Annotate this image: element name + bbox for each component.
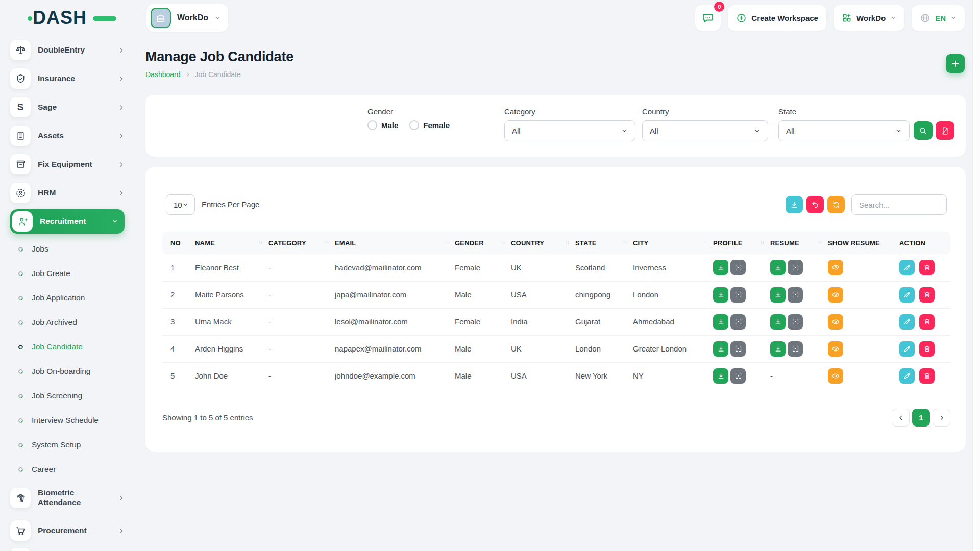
country-select-value: All	[650, 127, 658, 135]
profile-download-button[interactable]	[713, 314, 728, 330]
show-resume-button[interactable]	[828, 368, 843, 384]
show-resume-button[interactable]	[828, 260, 843, 275]
show-resume-button[interactable]	[828, 287, 843, 303]
delete-button[interactable]	[919, 368, 935, 384]
sidebar-item-procurement[interactable]: Procurement	[10, 518, 125, 543]
add-candidate-button[interactable]	[946, 54, 965, 73]
resume-download-button[interactable]	[770, 287, 786, 303]
pagination-next-button[interactable]	[933, 409, 950, 427]
sidebar-subitem-job-candidate[interactable]: Job Candidate	[18, 335, 125, 359]
resume-download-button[interactable]	[770, 314, 786, 330]
column-header-profile[interactable]: PROFILE↑↓	[709, 232, 766, 254]
refresh-button[interactable]	[827, 196, 845, 213]
cell-category: -	[264, 308, 331, 335]
resume-expand-button[interactable]	[788, 314, 803, 330]
edit-button[interactable]	[899, 368, 915, 384]
page-title: Manage Job Candidate	[145, 49, 293, 65]
table-row: 2 Maite Parsons - japa@mailinator.com Ma…	[162, 281, 950, 308]
app-logo[interactable]: DASH	[33, 7, 119, 29]
sidebar-subitem-job-application[interactable]: Job Application	[18, 286, 125, 310]
delete-button[interactable]	[919, 260, 935, 275]
profile-download-button[interactable]	[713, 341, 728, 357]
profile-download-button[interactable]	[713, 287, 728, 303]
pagination-page-1-button[interactable]: 1	[912, 409, 930, 427]
undo-button[interactable]	[806, 196, 824, 213]
sidebar-subitem-job-on-boarding[interactable]: Job On-boarding	[18, 359, 125, 384]
profile-expand-button[interactable]	[730, 341, 746, 357]
sidebar-item-biometric-attendance[interactable]: Biometric Attendance	[10, 482, 125, 514]
cell-resume	[766, 281, 824, 308]
sidebar-item-hrm[interactable]: HRM	[10, 181, 125, 205]
workdo-menu-button[interactable]: WorkDo	[834, 5, 904, 31]
sidebar-item-recruitment[interactable]: Recruitment	[10, 209, 125, 234]
breadcrumb-dashboard-link[interactable]: Dashboard	[145, 70, 181, 79]
country-select[interactable]: All	[642, 120, 768, 141]
gender-female-radio[interactable]: Female	[409, 120, 450, 130]
state-select[interactable]: All	[778, 120, 910, 141]
cell-category: -	[264, 254, 331, 281]
sidebar-item-insurance[interactable]: Insurance	[10, 66, 125, 91]
cell-state: Gujarat	[571, 308, 629, 335]
create-workspace-button[interactable]: Create Workspace	[728, 5, 826, 31]
sidebar-subitem-interview-schedule[interactable]: Interview Schedule	[18, 408, 125, 433]
cell-city: London	[629, 281, 709, 308]
column-header-email[interactable]: EMAIL↑↓	[331, 232, 451, 254]
column-header-show-resume: SHOW RESUME	[824, 232, 895, 254]
logo-text: DASH	[33, 7, 87, 28]
category-select[interactable]: All	[504, 120, 635, 141]
page-scrollbar[interactable]	[972, 0, 980, 551]
profile-expand-button[interactable]	[730, 314, 746, 330]
search-input[interactable]	[851, 194, 947, 215]
sidebar-item-doubleentry[interactable]: DoubleEntry	[10, 38, 125, 62]
show-resume-button[interactable]	[828, 341, 843, 357]
profile-download-button[interactable]	[713, 368, 728, 384]
column-header-resume[interactable]: RESUME↑↓	[766, 232, 824, 254]
column-header-city[interactable]: CITY↑↓	[629, 232, 709, 254]
edit-button[interactable]	[899, 314, 915, 330]
entries-per-page-select[interactable]: 10	[166, 194, 195, 215]
messages-button[interactable]: 0	[695, 5, 721, 31]
column-header-country[interactable]: COUNTRY↑↓	[507, 232, 571, 254]
sidebar-subitem-job-screening[interactable]: Job Screening	[18, 384, 125, 408]
resume-download-button[interactable]	[770, 260, 786, 275]
sidebar-item-clipped[interactable]	[10, 548, 31, 551]
reset-filter-button[interactable]	[936, 121, 954, 140]
edit-button[interactable]	[899, 260, 915, 275]
language-selector[interactable]: EN	[912, 5, 965, 31]
sidebar-subitem-job-create[interactable]: Job Create	[18, 261, 125, 286]
sidebar-subitem-system-setup[interactable]: System Setup	[18, 433, 125, 457]
column-header-gender[interactable]: GENDER↑↓	[451, 232, 507, 254]
sidebar-subitem-jobs[interactable]: Jobs	[18, 237, 125, 261]
export-button[interactable]	[786, 196, 803, 213]
sidebar-item-assets[interactable]: Assets	[10, 123, 125, 148]
gender-male-radio[interactable]: Male	[368, 120, 398, 130]
resume-download-button[interactable]	[770, 341, 786, 357]
delete-button[interactable]	[919, 341, 935, 357]
delete-button[interactable]	[919, 287, 935, 303]
resume-expand-button[interactable]	[788, 260, 803, 275]
column-header-state[interactable]: STATE↑↓	[571, 232, 629, 254]
chevron-down-icon	[182, 202, 188, 208]
expand-icon	[792, 318, 799, 325]
sidebar-subitem-career[interactable]: Career	[18, 457, 125, 482]
profile-expand-button[interactable]	[730, 287, 746, 303]
bullet-icon	[17, 246, 24, 253]
sidebar-item-sage[interactable]: SSage	[10, 95, 125, 119]
show-resume-button[interactable]	[828, 314, 843, 330]
edit-button[interactable]	[899, 341, 915, 357]
edit-button[interactable]	[899, 287, 915, 303]
profile-expand-button[interactable]	[730, 368, 746, 384]
sidebar-item-fix-equipment[interactable]: Fix Equipment	[10, 152, 125, 177]
delete-button[interactable]	[919, 314, 935, 330]
pagination-prev-button[interactable]	[892, 409, 910, 427]
column-header-name[interactable]: NAME↑↓	[191, 232, 264, 254]
workspace-switcher[interactable]: WorkDo	[146, 4, 228, 32]
apply-filter-button[interactable]	[914, 121, 933, 140]
resume-expand-button[interactable]	[788, 341, 803, 357]
search-icon	[919, 127, 927, 135]
sidebar-subitem-job-archived[interactable]: Job Archived	[18, 310, 125, 335]
profile-download-button[interactable]	[713, 260, 728, 275]
resume-expand-button[interactable]	[788, 287, 803, 303]
column-header-category[interactable]: CATEGORY↑↓	[264, 232, 331, 254]
profile-expand-button[interactable]	[730, 260, 746, 275]
